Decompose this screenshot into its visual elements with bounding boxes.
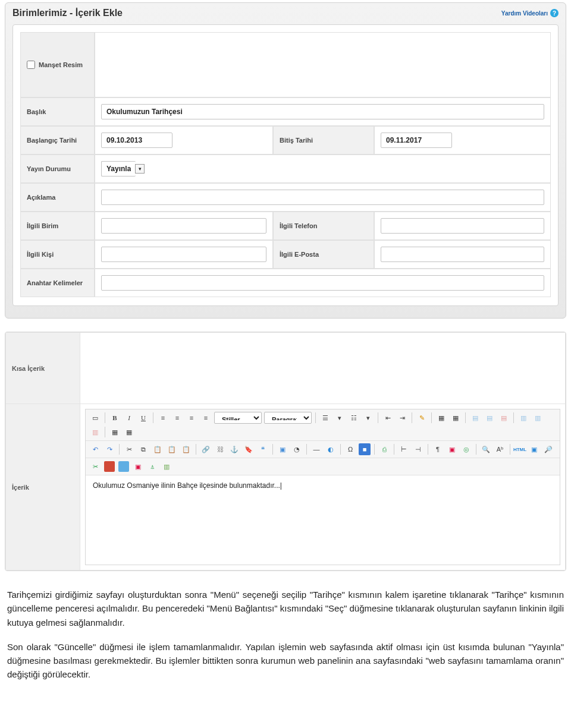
baslik-label: Başlık bbox=[20, 97, 95, 126]
editor-toolbar-row2: ↶ ↷ ✂ ⧉ 📋 📋 📋 🔗 ⛓ ⚓ 🔖 ❝ bbox=[86, 441, 560, 458]
end-date-input[interactable] bbox=[381, 133, 452, 148]
insert-object-icon[interactable]: ▣ bbox=[132, 461, 144, 472]
styles-select[interactable]: Stiller bbox=[214, 412, 262, 424]
pilcrow-icon[interactable]: ¶ bbox=[432, 443, 444, 455]
insert-image-icon[interactable] bbox=[103, 461, 115, 472]
tree-icon[interactable]: ⍋ bbox=[146, 461, 158, 472]
row-delete-icon[interactable]: ▤ bbox=[498, 412, 510, 424]
tag-icon[interactable]: 🔖 bbox=[243, 443, 255, 455]
kisa-icerik-area[interactable] bbox=[80, 333, 566, 404]
edit-icon[interactable]: ✎ bbox=[416, 412, 428, 424]
table2-icon[interactable]: ▦ bbox=[450, 412, 462, 424]
kisa-icerik-label: Kısa İçerik bbox=[6, 333, 80, 404]
indent-icon[interactable]: ⇥ bbox=[396, 412, 408, 424]
content-add-panel: Birimlerimiz - İçerik Ekle Yardım Videol… bbox=[5, 2, 566, 319]
paste-icon[interactable]: 📋 bbox=[152, 443, 164, 455]
row-after-icon[interactable]: ▤ bbox=[484, 412, 495, 424]
italic-icon[interactable]: I bbox=[123, 412, 135, 424]
chevron-down-icon[interactable]: ▾ bbox=[135, 164, 145, 174]
form-card: Manşet Resim Başlık Başlangıç Tarihi Bit… bbox=[12, 24, 559, 306]
paste-word-icon[interactable]: 📋 bbox=[180, 443, 192, 455]
eraser-icon[interactable]: ◐ bbox=[325, 443, 337, 455]
eposta-input[interactable] bbox=[381, 247, 544, 262]
anchor-icon[interactable]: ⚓ bbox=[228, 443, 240, 455]
insert-media-icon[interactable] bbox=[118, 461, 130, 472]
editor-toolbar-row3: ✂ ▣ ⍋ ▥ bbox=[86, 458, 560, 475]
fullscreen-icon[interactable]: ▣ bbox=[528, 443, 540, 455]
align-center-icon[interactable]: ≡ bbox=[171, 412, 183, 424]
yayin-select[interactable] bbox=[101, 161, 136, 177]
rtl-icon[interactable]: ⊣ bbox=[412, 443, 424, 455]
copy-icon[interactable]: ⧉ bbox=[137, 443, 149, 455]
kisi-label: İlgili Kişi bbox=[20, 240, 95, 269]
yayin-select-wrap[interactable]: ▾ bbox=[101, 161, 145, 177]
start-date-input[interactable] bbox=[101, 133, 172, 148]
manset-label: Manşet Resim bbox=[39, 61, 83, 68]
birim-input[interactable] bbox=[101, 218, 266, 234]
page-title: Birimlerimiz - İçerik Ekle bbox=[12, 8, 123, 18]
save-icon[interactable]: ▥ bbox=[161, 461, 172, 472]
align-left-icon[interactable]: ≡ bbox=[157, 412, 169, 424]
underline-icon[interactable]: U bbox=[137, 412, 149, 424]
color-icon[interactable]: ■ bbox=[359, 443, 371, 455]
print-icon[interactable]: ⎙ bbox=[378, 443, 390, 455]
manset-image-area[interactable] bbox=[95, 32, 551, 97]
symbol-icon[interactable]: Ω bbox=[344, 443, 356, 455]
start-date-label: Başlangıç Tarihi bbox=[20, 126, 95, 155]
paste-text-icon[interactable]: 📋 bbox=[166, 443, 178, 455]
col-after-icon[interactable]: ▥ bbox=[532, 412, 544, 424]
cut-icon[interactable]: ✂ bbox=[123, 443, 135, 455]
help-videos-link[interactable]: Yardım Videoları ? bbox=[501, 9, 559, 17]
birim-label: İlgili Birim bbox=[20, 212, 95, 240]
editor-content-area[interactable]: Okulumuz Osmaniye ilinin Bahçe ilçesinde… bbox=[86, 475, 560, 565]
panel-header: Birimlerimiz - İçerik Ekle Yardım Videol… bbox=[5, 3, 566, 24]
help-videos-label: Yardım Videoları bbox=[501, 10, 548, 17]
align-justify-icon[interactable]: ≡ bbox=[200, 412, 212, 424]
attach-icon[interactable]: ✂ bbox=[89, 461, 101, 472]
yayin-label: Yayın Durumu bbox=[20, 155, 95, 183]
icerik-label: İçerik bbox=[6, 404, 80, 571]
manset-checkbox[interactable] bbox=[27, 61, 35, 69]
numbered-list-icon[interactable]: ☷ bbox=[348, 412, 360, 424]
list-menu-icon[interactable]: ▾ bbox=[334, 412, 346, 424]
video-icon[interactable]: ▣ bbox=[277, 443, 288, 455]
bullet-list-icon[interactable]: ☰ bbox=[319, 412, 331, 424]
telefon-input[interactable] bbox=[381, 218, 544, 234]
instruction-paragraph-1: Tarihçemizi girdiğimiz sayfayı oluşturdu… bbox=[7, 588, 564, 629]
image-icon[interactable]: ▣ bbox=[446, 443, 458, 455]
find-icon[interactable]: 🔍 bbox=[480, 443, 492, 455]
anahtar-label: Anahtar Kelimeler bbox=[20, 269, 95, 297]
link-icon[interactable]: 🔗 bbox=[200, 443, 212, 455]
list-menu2-icon[interactable]: ▾ bbox=[362, 412, 374, 424]
align-right-icon[interactable]: ≡ bbox=[186, 412, 197, 424]
replace-icon[interactable]: Aᵇ bbox=[494, 443, 506, 455]
split-cells-icon[interactable]: ▦ bbox=[123, 426, 135, 438]
zoom-icon[interactable]: 🔎 bbox=[542, 443, 554, 455]
ltr-icon[interactable]: ⊢ bbox=[398, 443, 410, 455]
kisi-input[interactable] bbox=[101, 247, 266, 262]
outdent-icon[interactable]: ⇤ bbox=[382, 412, 394, 424]
col-delete-icon[interactable]: ▥ bbox=[89, 426, 101, 438]
redo-icon[interactable]: ↷ bbox=[103, 443, 115, 455]
undo-icon[interactable]: ↶ bbox=[89, 443, 101, 455]
format-select[interactable]: Paragraf bbox=[264, 412, 312, 424]
manset-label-cell: Manşet Resim bbox=[20, 32, 95, 97]
table-icon[interactable]: ▦ bbox=[435, 412, 447, 424]
html-source-button[interactable]: HTML bbox=[514, 443, 526, 455]
col-before-icon[interactable]: ▥ bbox=[517, 412, 529, 424]
aciklama-input[interactable] bbox=[101, 190, 544, 205]
content-body-section: Kısa İçerik İçerik ▭ B I U ≡ ≡ bbox=[5, 332, 566, 571]
clock-icon[interactable]: ◔ bbox=[291, 443, 303, 455]
unlink-icon[interactable]: ⛓ bbox=[214, 443, 226, 455]
manset-checkbox-row[interactable]: Manşet Resim bbox=[27, 61, 88, 69]
baslik-input[interactable] bbox=[101, 104, 544, 119]
new-doc-icon[interactable]: ▭ bbox=[89, 412, 101, 424]
form-table: Manşet Resim Başlık Başlangıç Tarihi Bit… bbox=[20, 32, 551, 297]
hr-icon[interactable]: — bbox=[310, 443, 322, 455]
merge-cells-icon[interactable]: ▦ bbox=[109, 426, 121, 438]
quote-icon[interactable]: ❝ bbox=[257, 443, 269, 455]
world-icon[interactable]: ◎ bbox=[460, 443, 472, 455]
row-before-icon[interactable]: ▤ bbox=[469, 412, 481, 424]
bold-icon[interactable]: B bbox=[109, 412, 121, 424]
anahtar-input[interactable] bbox=[101, 275, 544, 291]
